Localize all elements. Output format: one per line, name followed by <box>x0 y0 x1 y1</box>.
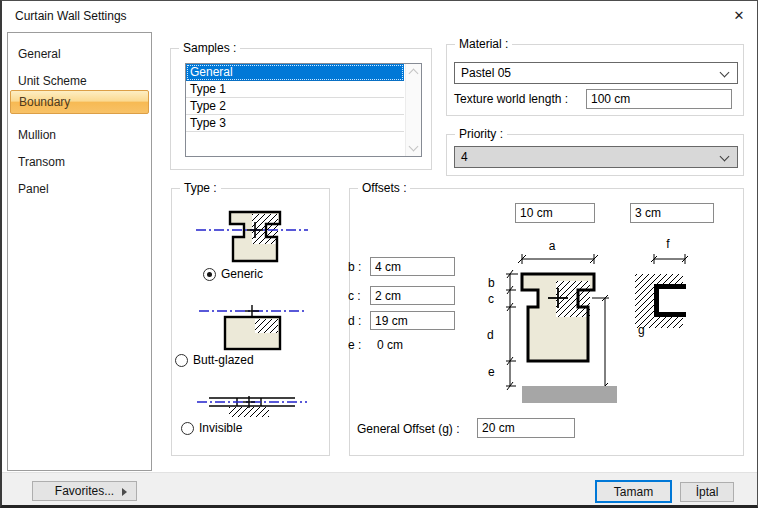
priority-group-label: Priority : <box>455 127 507 141</box>
titlebar: Curtain Wall Settings ✕ <box>2 1 757 31</box>
chevron-down-icon <box>720 68 730 78</box>
offset-c-label: c : <box>348 289 361 303</box>
radio-selected-icon[interactable] <box>203 268 216 281</box>
butt-glazed-icon <box>197 304 307 352</box>
radio-icon[interactable] <box>181 422 194 435</box>
type-option-label: Butt-glazed <box>193 353 254 367</box>
curtain-wall-settings-dialog: Curtain Wall Settings ✕ General Unit Sch… <box>0 0 758 508</box>
type-group-label: Type : <box>180 181 221 195</box>
dim-label-e: e <box>488 365 495 379</box>
dim-label-f: f <box>658 237 678 251</box>
favorites-label: Favorites... <box>55 484 114 498</box>
type-option-label: Invisible <box>199 421 242 435</box>
type-option-generic[interactable]: Generic <box>203 267 263 281</box>
priority-value: 4 <box>461 150 468 164</box>
type-option-butt-glazed[interactable]: Butt-glazed <box>175 353 254 367</box>
flyout-arrow-icon <box>122 488 127 496</box>
dialog-title: Curtain Wall Settings <box>15 9 127 23</box>
material-dropdown[interactable]: Pastel 05 <box>454 62 738 84</box>
favorites-button[interactable]: Favorites... <box>32 481 137 501</box>
offset-a-input[interactable] <box>515 203 595 223</box>
chevron-down-icon <box>720 152 730 162</box>
offset-d-input[interactable] <box>370 311 455 330</box>
sidebar-item-transom[interactable]: Transom <box>10 150 149 174</box>
offsets-group-label: Offsets : <box>358 181 410 195</box>
f-profile-diagram <box>630 251 694 335</box>
scrollbar[interactable] <box>405 64 421 156</box>
material-value: Pastel 05 <box>461 66 511 80</box>
dim-label-c: c <box>488 292 494 306</box>
sidebar-item-mullion[interactable]: Mullion <box>10 123 149 147</box>
cancel-button[interactable]: İptal <box>680 482 734 502</box>
list-item[interactable]: Type 1 <box>186 81 404 98</box>
radio-icon[interactable] <box>175 354 188 367</box>
offset-b-label: b : <box>348 260 361 274</box>
list-item[interactable]: General <box>186 64 404 81</box>
type-option-label: Generic <box>221 267 263 281</box>
cancel-label: İptal <box>696 485 719 499</box>
sidebar-item-boundary[interactable]: Boundary <box>10 90 149 114</box>
close-icon[interactable]: ✕ <box>727 5 751 26</box>
texture-length-input[interactable] <box>586 89 732 109</box>
list-item[interactable]: Type 2 <box>186 98 404 115</box>
scroll-up-icon[interactable] <box>409 69 419 79</box>
material-group-label: Material : <box>455 37 512 51</box>
dim-label-d: d <box>487 328 494 342</box>
general-offset-label: General Offset (g) : <box>357 422 460 436</box>
samples-group-label: Samples : <box>179 41 240 55</box>
offset-b-input[interactable] <box>370 257 455 276</box>
offset-f-input[interactable] <box>630 203 714 223</box>
samples-list: General Type 1 Type 2 Type 3 <box>185 63 422 157</box>
ok-button[interactable]: Tamam <box>595 480 672 503</box>
general-offset-input[interactable] <box>477 418 575 438</box>
type-option-invisible[interactable]: Invisible <box>181 421 242 435</box>
offset-d-label: d : <box>348 314 361 328</box>
offsets-profile-diagram <box>482 237 627 407</box>
texture-length-label: Texture world length : <box>454 92 568 106</box>
generic-profile-icon <box>192 209 312 265</box>
invisible-icon <box>197 392 307 420</box>
offset-e-value: 0 cm <box>377 338 403 352</box>
sidebar-item-panel[interactable]: Panel <box>10 177 149 201</box>
list-item[interactable]: Type 3 <box>186 115 404 132</box>
dim-label-b: b <box>488 276 495 290</box>
settings-nav: General Unit Scheme Boundary Mullion Tra… <box>7 32 152 471</box>
ok-label: Tamam <box>614 485 653 499</box>
offset-e-label: e : <box>348 338 361 352</box>
offset-c-input[interactable] <box>370 286 455 305</box>
priority-dropdown[interactable]: 4 <box>454 146 738 168</box>
sidebar-item-general[interactable]: General <box>10 42 149 66</box>
scroll-down-icon[interactable] <box>409 142 419 152</box>
